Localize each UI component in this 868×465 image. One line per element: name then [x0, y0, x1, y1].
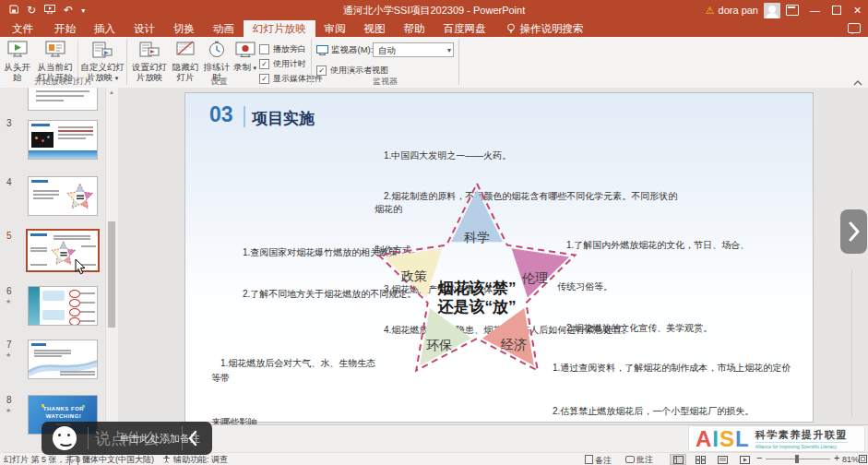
tell-me-search[interactable]: 操作说明搜索 [495, 20, 584, 37]
thumb-text-line [60, 371, 95, 373]
close-button[interactable]: × [847, 0, 868, 20]
tab-view[interactable]: 视图 [355, 20, 395, 37]
thumb-text-line [80, 320, 95, 322]
tab-design[interactable]: 设计 [125, 20, 164, 37]
slide-thumbnail-6[interactable] [28, 286, 98, 326]
thumb-confetti [42, 404, 44, 407]
slideshow-view-button[interactable] [736, 454, 753, 465]
slide-editor[interactable]: 03 项目实施 1.中国四大发明之一——火药。 2.烟花制造的原料，不同颜色的烟… [184, 92, 814, 423]
next-overlay-button[interactable] [840, 209, 867, 254]
zoom-level[interactable]: 81% [842, 455, 859, 464]
tab-insert[interactable]: 插入 [85, 20, 125, 37]
checkbox-use-timings[interactable]: ✓ 使用计时 [259, 58, 306, 70]
ribbon-slideshow: 从头开始 从当前幻灯片开始 自定义幻灯片放映 ▾ 开始放映幻灯片 设置幻灯片放映… [0, 37, 868, 89]
text-line: 2.估算禁止燃放烟花后，一个小型烟花厂的损失。 [553, 404, 820, 419]
restore-button[interactable] [826, 0, 847, 20]
thumb-red-circle [69, 317, 80, 326]
accessibility-status[interactable]: 辅助功能: 调查 [173, 455, 228, 464]
thumb-text-line [30, 264, 47, 266]
lightbulb-icon [506, 23, 516, 34]
slide-title[interactable]: 项目实施 [252, 108, 315, 129]
chat-overlay-bar[interactable]: 说点什么... 单击此处添加备注 [42, 422, 212, 455]
comments-toggle[interactable]: 批注 [625, 455, 653, 464]
normal-view-button[interactable] [670, 454, 686, 465]
aisl-letter-l: L [735, 427, 750, 451]
slide-thumbnail-5-selected[interactable] [26, 229, 100, 272]
monitor-dropdown[interactable]: 自动 ▾ [373, 42, 454, 57]
ribbon-display-options-icon[interactable] [786, 5, 799, 16]
star-diagram[interactable]: 科学 政策 伦理 环保 经济 烟花该“禁” 还是该“放” [365, 181, 591, 388]
title-bar: ↻ ↶ ▾ 通河北小学SSI项目202309 - PowerPoint ⚠ do… [0, 0, 868, 20]
notes-toggle[interactable]: 备注 [585, 455, 612, 465]
tab-home[interactable]: 开始 [45, 20, 85, 37]
title-divider [244, 106, 245, 127]
star-center-line2: 还是该“放” [437, 298, 517, 316]
tab-file[interactable]: 文件 [0, 20, 45, 37]
monitor-dropdown-value: 自动 [378, 45, 396, 55]
tab-animations[interactable]: 动画 [204, 20, 244, 37]
aisl-cn-name: 科学素养提升联盟 [755, 428, 848, 442]
zoom-slider-thumb[interactable] [795, 455, 799, 463]
tab-transitions[interactable]: 切换 [164, 20, 204, 37]
slide-sorter-view-button[interactable] [692, 454, 708, 465]
aisl-logo: A I S L 科学素养提升联盟 Alliance for Improving … [688, 425, 865, 452]
reading-view-button[interactable] [714, 454, 731, 465]
tab-baidu-netdisk[interactable]: 百度网盘 [434, 20, 495, 37]
slide-thumbnail-2-partial[interactable] [28, 88, 98, 111]
avatar[interactable] [764, 3, 780, 18]
animation-indicator-icon: ★ [6, 352, 11, 359]
thumb-thanks-line1: THANKS FOR [29, 406, 98, 411]
text-line: 1.中国四大发明之一——火药。 [375, 149, 679, 163]
thumb-text-line [80, 311, 95, 313]
chevron-left-icon[interactable] [188, 430, 197, 450]
thumb-side-band [29, 287, 40, 326]
thumb-fireworks-image [31, 132, 54, 148]
star-center-line1: 烟花该“禁” [437, 280, 517, 297]
record-button[interactable]: 录制 ▾ [232, 41, 257, 73]
monitor-icon [316, 45, 328, 55]
powerpoint-window: ↻ ↶ ▾ 通河北小学SSI项目202309 - PowerPoint ⚠ do… [0, 0, 868, 465]
group-label-setup: 设置 [127, 76, 311, 88]
overlay-divider [182, 426, 183, 450]
thumb-bottom-band [29, 150, 98, 160]
slide-thumbnail-7[interactable] [28, 340, 98, 379]
emoji-icon[interactable] [53, 426, 77, 450]
fit-to-window-button[interactable] [859, 455, 867, 465]
star-label-policy: 政策 [400, 268, 427, 283]
tab-help[interactable]: 帮助 [395, 20, 434, 37]
tab-slideshow[interactable]: 幻灯片放映 [244, 20, 315, 37]
account-name[interactable]: dora pan [719, 5, 758, 16]
text-line: 1.了解国内外燃放烟花的文化，节日、场合、 [557, 238, 815, 252]
thumb-speech-bubble [42, 310, 65, 320]
thumbnail-number-selected: 5 [6, 231, 12, 241]
aisl-letter-i: I [712, 427, 719, 451]
thumb-text-line [80, 302, 95, 304]
thumb-text-line [30, 250, 47, 252]
thumbnail-scrollbar[interactable]: ▲ [105, 88, 118, 452]
comment-bubble-icon[interactable] [848, 23, 861, 33]
language-indicator[interactable]: 简体中文(中国大陆) [82, 455, 154, 464]
ribbon-tab-row: 文件 开始 插入 设计 切换 动画 幻灯片放映 审阅 视图 帮助 百度网盘 操作… [0, 20, 868, 37]
thumb-red-circle [69, 290, 80, 298]
slide-thumbnail-4[interactable] [28, 176, 98, 216]
chevron-right-icon [848, 221, 860, 242]
thumb-text-line [54, 238, 90, 240]
setup-show-icon [138, 41, 161, 59]
minimize-button[interactable]: — [804, 0, 826, 20]
scroll-up-icon[interactable]: ▲ [109, 89, 114, 95]
aisl-en-name: Alliance for Improving Scientific Litera… [755, 442, 848, 449]
slide-thumbnail-3[interactable] [28, 120, 98, 160]
thumb-text-line [80, 292, 95, 294]
thumbnail-number: 6 [6, 286, 12, 296]
comment-icon [625, 456, 635, 463]
scrollbar-thumb[interactable] [108, 221, 115, 328]
slide-number-label[interactable]: 03 [209, 102, 233, 127]
checkbox-play-narrations[interactable]: 播放旁白 [259, 43, 306, 55]
spellcheck-icon[interactable]: ✓ [69, 455, 78, 465]
monitor-label: 监视器(M): [331, 44, 373, 56]
zoom-in-button[interactable]: + [834, 453, 839, 462]
tab-review[interactable]: 审阅 [315, 20, 355, 37]
zoom-out-button[interactable]: − [756, 453, 762, 462]
titlebar-right: ⚠ dora pan — × [706, 0, 868, 20]
text-line: 1.通过查阅资料，了解烟花的制作成本，市场上烟花的定价 [553, 361, 820, 376]
